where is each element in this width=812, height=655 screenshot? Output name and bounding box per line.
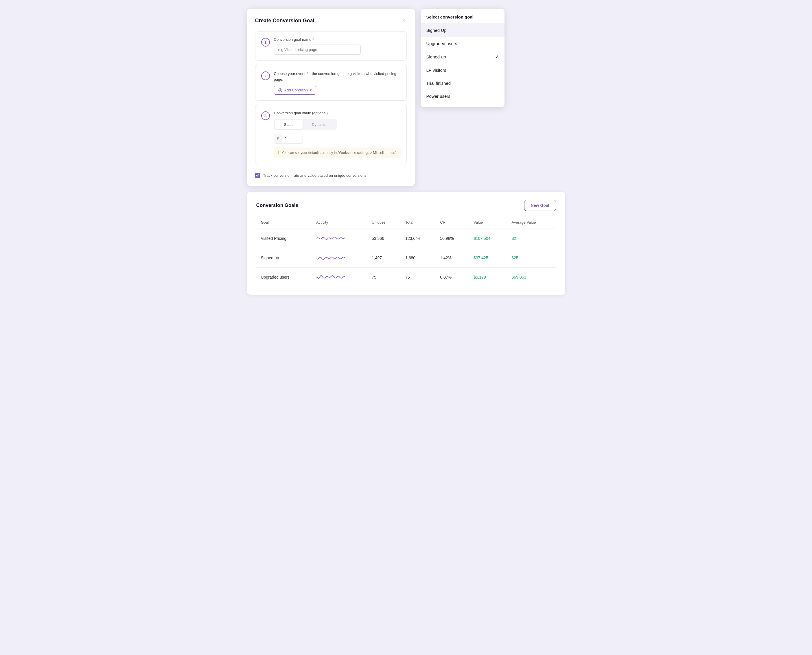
row3-value: $5,179 [469, 268, 507, 287]
dropdown-item-upgraded-users[interactable]: Upgraded users [421, 37, 504, 50]
row1-avg-value: $2 [507, 229, 556, 248]
unique-conversions-checkbox[interactable] [255, 173, 260, 178]
step-1-section: 1 Conversion goal name * [255, 31, 407, 61]
col-cr: CR [435, 218, 469, 229]
row2-total: 1,680 [401, 248, 435, 268]
static-dynamic-toggle: Static Dynamic [274, 119, 337, 130]
step-1-header: 1 Conversion goal name * [261, 37, 401, 55]
col-total: Total [401, 218, 435, 229]
row1-uniques: 53,566 [367, 229, 401, 248]
conversion-goals-table-section: Conversion Goals New Goal Goal Activity … [247, 192, 565, 295]
row3-sparkline [316, 273, 345, 281]
conversion-goals-title: Conversion Goals [256, 203, 298, 208]
static-toggle-button[interactable]: Static [275, 120, 303, 129]
add-condition-chevron: ▾ [310, 88, 312, 92]
table-body: Visited Pricing 53,566 123,644 50.9 [256, 229, 556, 287]
row2-uniques: 1,497 [367, 248, 401, 268]
step-2-content: Choose your event for the conversion goa… [274, 71, 401, 95]
info-text: You can set your default currency in "Wo… [282, 151, 396, 155]
row1-total: 123,644 [401, 229, 435, 248]
row3-avg-value: $69.053 [507, 268, 556, 287]
row1-sparkline [316, 234, 345, 243]
top-section: Create Conversion Goal × 1 Conversion go… [247, 9, 565, 186]
col-uniques: Uniques [367, 218, 401, 229]
row1-goal: Visited Pricing [256, 229, 312, 248]
table-row: Signed up 1,497 1,680 1.42% [256, 248, 556, 268]
row3-total: 75 [401, 268, 435, 287]
step-3-section: 3 Conversion goal value (optional) Stati… [255, 105, 407, 164]
step-1-content: Conversion goal name * [274, 37, 401, 55]
row3-activity [312, 268, 367, 287]
step-2-header: 2 Choose your event for the conversion g… [261, 71, 401, 95]
step-3-content: Conversion goal value (optional) Static … [274, 111, 401, 158]
step-2-description: Choose your event for the conversion goa… [274, 71, 401, 82]
row3-goal: Upgraded users [256, 268, 312, 287]
col-avg-value: Average Value [507, 218, 556, 229]
value-input-row: $ ▲ ▼ [274, 134, 303, 143]
add-condition-button[interactable]: Add Condition ▾ [274, 86, 317, 95]
currency-symbol: $ [274, 134, 282, 143]
table-header-row-el: Goal Activity Uniques Total CR Value Ave… [256, 218, 556, 229]
row2-avg-value: $25 [507, 248, 556, 268]
dropdown-title: Select conversion goal [421, 13, 504, 23]
modal-title: Create Conversion Goal [255, 18, 314, 24]
dropdown-item-signed-up[interactable]: Signed Up [421, 24, 504, 37]
row1-value: $107,504 [469, 229, 507, 248]
row2-sparkline [316, 254, 345, 262]
info-box: ℹ You can set your default currency in "… [274, 148, 401, 158]
row2-activity [312, 248, 367, 268]
create-conversion-goal-modal: Create Conversion Goal × 1 Conversion go… [247, 9, 415, 186]
row3-cr: 0.07% [435, 268, 469, 287]
col-value: Value [469, 218, 507, 229]
col-goal: Goal [256, 218, 312, 229]
step-1-number: 1 [261, 38, 270, 46]
checkbox-label: Track conversion rate and value based on… [263, 173, 366, 178]
dropdown-item-power-users[interactable]: Power users [421, 90, 504, 103]
goal-name-input[interactable] [274, 45, 361, 55]
step-3-number: 3 [261, 111, 270, 120]
table-row: Upgraded users 75 75 0.07% [256, 268, 556, 287]
col-activity: Activity [312, 218, 367, 229]
new-goal-button[interactable]: New Goal [524, 200, 556, 211]
row2-value: $37,425 [469, 248, 507, 268]
checkbox-row: Track conversion rate and value based on… [255, 168, 407, 179]
goal-dropdown-panel: Select conversion goal Signed Up Upgrade… [421, 9, 504, 107]
dropdown-item-signed-up-2[interactable]: Signed-up ✓ [421, 50, 504, 64]
row2-cr: 1.42% [435, 248, 469, 268]
close-button[interactable]: × [401, 17, 407, 24]
dropdown-item-lp-visitors[interactable]: LP visitors [421, 64, 504, 77]
conversion-goals-table: Goal Activity Uniques Total CR Value Ave… [256, 218, 556, 287]
step-2-section: 2 Choose your event for the conversion g… [255, 65, 407, 101]
check-mark-icon [256, 174, 259, 177]
row1-cr: 50.98% [435, 229, 469, 248]
info-icon: ℹ [278, 151, 280, 155]
table-head: Goal Activity Uniques Total CR Value Ave… [256, 218, 556, 229]
row1-activity [312, 229, 367, 248]
add-condition-icon [278, 88, 282, 92]
table-row: Visited Pricing 53,566 123,644 50.9 [256, 229, 556, 248]
modal-header: Create Conversion Goal × [255, 17, 407, 24]
dropdown-item-trial-finished[interactable]: Trial finished [421, 77, 504, 90]
step-2-number: 2 [261, 71, 270, 80]
step-1-label: Conversion goal name * [274, 37, 401, 42]
selected-check-icon: ✓ [495, 54, 499, 60]
table-header-row: Conversion Goals New Goal [256, 200, 556, 211]
dynamic-toggle-button[interactable]: Dynamic [303, 120, 336, 129]
step-3-header: 3 Conversion goal value (optional) Stati… [261, 111, 401, 158]
step-3-label: Conversion goal value (optional) [274, 111, 401, 115]
value-number-input[interactable] [282, 134, 303, 143]
row3-uniques: 75 [367, 268, 401, 287]
row2-goal: Signed up [256, 248, 312, 268]
